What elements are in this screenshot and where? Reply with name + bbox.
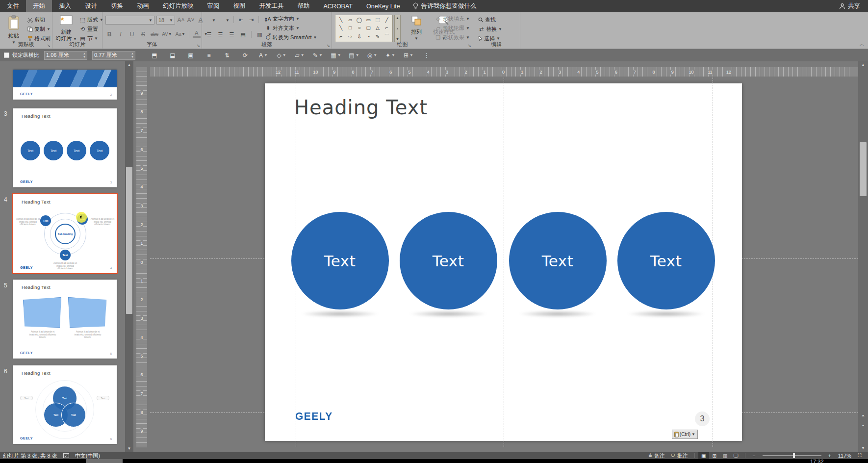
menu-tab-帮助[interactable]: 帮助 bbox=[291, 0, 317, 12]
scroll-up-icon[interactable]: ▲ bbox=[858, 61, 868, 69]
scroll-down-icon[interactable]: ▼ bbox=[858, 444, 868, 452]
thumbnail-scroll-down-icon[interactable]: ▼ bbox=[125, 445, 133, 452]
thumbnail-scroll-up-icon[interactable]: ▲ bbox=[125, 61, 133, 69]
cut-button[interactable]: 剪切 bbox=[27, 15, 51, 25]
clipboard-dialog-launcher[interactable]: ↘ bbox=[47, 43, 51, 48]
font-size-combo[interactable]: 18▼ bbox=[156, 16, 175, 25]
font-dialog-launcher[interactable]: ↘ bbox=[196, 43, 200, 48]
text-box-icon[interactable]: ▤▼ bbox=[347, 52, 361, 59]
lock-aspect-checkbox[interactable] bbox=[4, 52, 9, 58]
align-left-button[interactable]: ☰ bbox=[206, 31, 212, 38]
table-icon[interactable]: ⊞▼ bbox=[401, 52, 416, 59]
shape-outline-button[interactable]: ▱形状轮廓▼ bbox=[435, 24, 470, 33]
ink-pen-icon[interactable]: ✎▼ bbox=[310, 52, 325, 59]
main-scroll-thumb[interactable] bbox=[860, 142, 867, 196]
menu-tab-幻灯片放映[interactable]: 幻灯片放映 bbox=[156, 0, 201, 12]
decrease-indent-button[interactable]: ⇤ bbox=[238, 17, 244, 23]
grow-font-button[interactable]: A˄ bbox=[177, 16, 185, 25]
fit-to-window-button[interactable]: ⛶ bbox=[854, 452, 865, 459]
slide-logo[interactable]: GEELY bbox=[295, 410, 333, 422]
align-right-button[interactable]: ☰ bbox=[229, 31, 235, 38]
replace-button[interactable]: ⇄ 替换▼ bbox=[478, 25, 502, 34]
comments-button[interactable]: 🗩批注 bbox=[668, 452, 691, 460]
layout-button[interactable]: ⬚版式▼ bbox=[79, 15, 103, 25]
shape-option-8[interactable]: ○ bbox=[355, 24, 364, 31]
change-case-button[interactable]: Aa▼ bbox=[176, 30, 185, 38]
slide-title[interactable]: Heading Text bbox=[294, 96, 428, 119]
picture-icon[interactable]: ▦▼ bbox=[329, 52, 343, 59]
next-slide-button[interactable]: ⏷ bbox=[858, 422, 868, 430]
paste-options-caret[interactable]: ▼ bbox=[691, 432, 695, 437]
shape-option-12[interactable]: ⌐ bbox=[336, 32, 346, 41]
copy-caret[interactable]: ▼ bbox=[47, 27, 51, 31]
shape-option-1[interactable]: ▱ bbox=[346, 16, 355, 24]
find-button[interactable]: 查找 bbox=[478, 15, 502, 25]
slide-circle-2[interactable]: Text bbox=[400, 212, 497, 309]
character-spacing-button[interactable]: AV▼ bbox=[162, 30, 172, 38]
paragraph-dialog-launcher[interactable]: ↘ bbox=[326, 43, 330, 48]
bullets-button[interactable]: ▼ bbox=[206, 17, 216, 23]
subscript-abc-button[interactable]: abc bbox=[151, 30, 158, 38]
underline-button[interactable]: U bbox=[128, 30, 136, 38]
shape-option-3[interactable]: ▭ bbox=[364, 16, 373, 24]
align-text-button[interactable]: ⬍对齐文本▼ bbox=[265, 24, 317, 33]
tell-me-box[interactable]: 告诉我你想要做什么 bbox=[407, 0, 483, 12]
rotate-icon[interactable]: ⟳ bbox=[238, 52, 253, 59]
send-backward-icon[interactable]: ⬓ bbox=[165, 52, 180, 59]
zoom-in-button[interactable]: + bbox=[824, 452, 835, 459]
collapse-ribbon-button[interactable]: ︿ bbox=[860, 41, 864, 48]
menu-tab-设计[interactable]: 设计 bbox=[78, 0, 104, 12]
thumbnail-slide-4-selected[interactable]: Heading Text Sub-heading Text Text Text … bbox=[13, 194, 117, 273]
normal-view-button[interactable]: ▣ bbox=[698, 452, 709, 459]
menu-tab-ACROBAT[interactable]: ACROBAT bbox=[317, 0, 360, 12]
shape-option-11[interactable]: ⌐ bbox=[382, 24, 391, 31]
justify-button[interactable]: ▤ bbox=[240, 31, 246, 38]
group-objects-icon[interactable]: ▣ bbox=[183, 52, 198, 59]
shape-gallery[interactable]: ╲▱◯▭⬚╱╲□○▢△⌐⌐⇨⇩◔✎⌒ bbox=[335, 15, 393, 42]
shape-option-13[interactable]: ⇨ bbox=[346, 32, 355, 41]
slide-circle-1[interactable]: Text bbox=[291, 212, 389, 309]
slide-sorter-view-button[interactable]: ⊞ bbox=[709, 452, 720, 459]
thumbnail-slide-2-partial[interactable]: GEELY 2 bbox=[13, 70, 117, 100]
increase-indent-button[interactable]: ⇥ bbox=[248, 17, 255, 23]
new-slide-button[interactable]: 新建 幻灯片 ▼ bbox=[53, 14, 79, 42]
shrink-font-button[interactable]: A˅ bbox=[187, 16, 195, 25]
arrange-button[interactable]: 排列 ▼ bbox=[404, 14, 429, 42]
guide-vertical-center[interactable] bbox=[504, 77, 504, 447]
shape-width-field[interactable]: 1.06 厘米▲▼ bbox=[44, 51, 87, 60]
menu-tab-插入[interactable]: 插入 bbox=[52, 0, 78, 12]
shape-option-17[interactable]: ⌒ bbox=[382, 32, 391, 41]
shape-outline-icon[interactable]: ▱▼ bbox=[292, 52, 307, 59]
menu-tab-开始[interactable]: 开始 bbox=[26, 0, 52, 12]
shape-height-field[interactable]: 0.77 厘米▲▼ bbox=[92, 51, 135, 60]
language-button[interactable]: 中文(中国) bbox=[72, 452, 103, 460]
shape-fill-icon[interactable]: ◇▼ bbox=[274, 52, 289, 59]
numbering-button[interactable]: ▼ bbox=[220, 17, 230, 23]
reset-button[interactable]: ⟲重置 bbox=[79, 25, 103, 34]
slide-page-number[interactable]: 3 bbox=[695, 412, 710, 426]
text-direction-button[interactable]: ↕A文字方向▼ bbox=[265, 14, 317, 24]
thumbnail-slide-5[interactable]: Heading Text Asimus lit ad utecede et im… bbox=[13, 280, 117, 359]
align-center-button[interactable]: ☰ bbox=[217, 31, 224, 38]
wordart-icon[interactable]: ✦▼ bbox=[383, 52, 398, 59]
more-commands-icon[interactable]: ⋮ bbox=[419, 52, 434, 59]
shape-option-16[interactable]: ✎ bbox=[373, 32, 383, 41]
shape-option-5[interactable]: ╱ bbox=[382, 16, 391, 24]
strikethrough-button[interactable]: S bbox=[139, 30, 147, 38]
shape-option-15[interactable]: ◔ bbox=[364, 32, 373, 41]
italic-button[interactable]: I bbox=[117, 30, 125, 38]
share-button[interactable]: 共享 bbox=[831, 0, 868, 12]
shape-effects-icon[interactable]: ◎▼ bbox=[365, 52, 380, 59]
slide-circle-3[interactable]: Text bbox=[509, 212, 607, 309]
zoom-out-button[interactable]: − bbox=[749, 452, 760, 459]
zoom-slider-thumb[interactable] bbox=[793, 453, 795, 458]
thumbnail-scrollbar[interactable]: ▲ ▼ bbox=[125, 61, 133, 452]
shape-fill-button[interactable]: ◇形状填充▼ bbox=[435, 14, 470, 24]
menu-tab-切换[interactable]: 切换 bbox=[104, 0, 130, 12]
align-objects-icon[interactable]: ≡ bbox=[202, 52, 216, 59]
reading-view-button[interactable]: ▥ bbox=[720, 452, 731, 459]
shape-option-14[interactable]: ⇩ bbox=[355, 32, 364, 41]
shape-option-2[interactable]: ◯ bbox=[355, 16, 364, 24]
spellcheck-button[interactable] bbox=[60, 453, 72, 458]
menu-tab-审阅[interactable]: 审阅 bbox=[201, 0, 227, 12]
